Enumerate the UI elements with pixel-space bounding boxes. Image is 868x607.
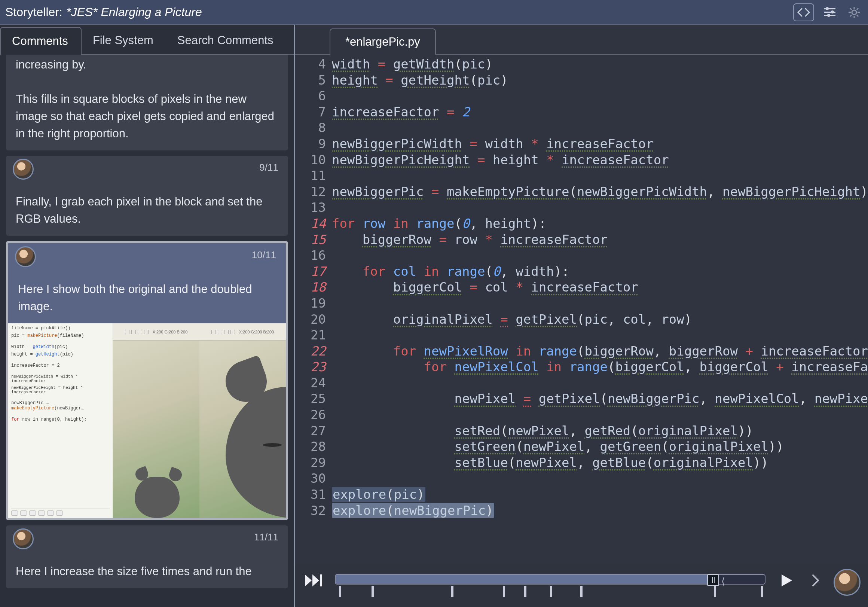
thumb-line: row in range(0, height):: [19, 417, 87, 422]
comment-11[interactable]: 11/11 Here I increase the size five time…: [6, 525, 288, 588]
line-number: 5: [295, 72, 326, 88]
playback-tick[interactable]: [761, 586, 763, 597]
svg-line-13: [857, 8, 858, 10]
chevron-left-icon[interactable]: ⟨: [721, 576, 725, 587]
playback-ticks: [335, 586, 766, 599]
skip-forward-icon[interactable]: [303, 570, 324, 591]
avatar: [13, 159, 34, 180]
playback-tick[interactable]: [451, 586, 453, 597]
right-panel: *enlargePic.py 4 5 6 7 8 9 10 11 12 13 1…: [295, 25, 868, 607]
comment-body: increasing by. This fills in square bloc…: [16, 56, 278, 142]
playback-track[interactable]: ⟨: [335, 574, 766, 599]
code-view-icon[interactable]: [793, 3, 814, 21]
comment-counter: 9/11: [259, 161, 278, 173]
left-panel: Comments File System Search Comments inc…: [0, 25, 295, 607]
thumb-line: width =: [11, 344, 33, 349]
comment-partial[interactable]: increasing by. This fills in square bloc…: [6, 54, 288, 151]
playback-tick[interactable]: [550, 586, 552, 597]
thumb-line: newBiggerPicHeight = height * increaseFa…: [11, 385, 110, 394]
tab-file-system[interactable]: File System: [82, 27, 166, 54]
svg-line-14: [850, 15, 851, 17]
thumb-token: makeEmptyPicture: [11, 406, 54, 411]
comment-counter: 11/11: [254, 531, 278, 543]
thumb-line: newBiggerPic =: [11, 401, 49, 406]
thumb-line: newBiggerPicWidth = width * increaseFact…: [11, 374, 110, 383]
tab-search-comments[interactable]: Search Comments: [166, 27, 286, 54]
avatar: [13, 528, 34, 550]
tab-comments[interactable]: Comments: [0, 27, 82, 54]
doc-name: *JES* Enlarging a Picture: [66, 5, 202, 19]
line-number: 17: [295, 264, 326, 279]
svg-marker-16: [312, 574, 319, 587]
line-number: 9: [295, 136, 326, 152]
svg-marker-18: [781, 574, 792, 587]
thumb-token: makePicture: [27, 333, 57, 338]
playback-tick[interactable]: [339, 586, 341, 597]
line-number: 21: [295, 327, 326, 343]
titlebar: Storyteller: *JES* Enlarging a Picture: [0, 0, 868, 25]
line-number: 11: [295, 168, 326, 184]
titlebar-actions: [793, 3, 863, 21]
playback-tick[interactable]: [524, 586, 526, 597]
comment-counter: 10/11: [252, 249, 276, 261]
svg-rect-17: [320, 574, 322, 587]
app-name: Storyteller:: [5, 5, 62, 19]
thumb-line: increaseFactor = 2: [11, 363, 110, 368]
line-number: 12: [295, 184, 326, 200]
chevron-right-icon[interactable]: [808, 570, 823, 591]
playback-tick[interactable]: [503, 586, 505, 597]
comment-body: Here I show both the original and the do…: [18, 281, 276, 315]
thumb-small-image: X:200 G:200 B:200: [113, 323, 199, 518]
svg-line-12: [857, 15, 858, 17]
line-number: 15: [295, 232, 326, 248]
gear-icon[interactable]: [846, 3, 863, 21]
comment-10-selected[interactable]: 10/11 Here I show both the original and …: [6, 241, 288, 520]
settings-panel-icon[interactable]: [819, 3, 840, 21]
svg-point-3: [826, 7, 829, 10]
avatar[interactable]: [834, 569, 860, 596]
editor-tabs: *enlargePic.py: [295, 25, 868, 54]
svg-point-6: [852, 10, 856, 15]
line-number: 26: [295, 407, 326, 423]
playback-tick[interactable]: [714, 586, 716, 597]
thumb-line: (pic): [54, 344, 68, 349]
comment-image[interactable]: fileName = pickAFile() pic = makePicture…: [8, 323, 286, 518]
thumb-line: (fileName): [57, 333, 84, 338]
comment-body: Finally, I grab each pixel in the block …: [16, 193, 278, 228]
left-tabs: Comments File System Search Comments: [0, 25, 294, 54]
playback-handle[interactable]: [707, 574, 719, 586]
line-number: 32: [295, 503, 326, 519]
thumb-token: getHeight: [36, 352, 60, 357]
comment-9[interactable]: 9/11 Finally, I grab each pixel in the b…: [6, 156, 288, 236]
line-number: 13: [295, 199, 326, 216]
line-number: 16: [295, 247, 326, 264]
playback-tick[interactable]: [372, 586, 374, 597]
tab-enlargepic[interactable]: *enlargePic.py: [330, 28, 436, 54]
code-editor[interactable]: 4 5 6 7 8 9 10 11 12 13 14 15 16 17 18 1…: [295, 54, 868, 564]
playback-bar: ⟨: [295, 564, 868, 607]
thumb-line: height =: [11, 352, 36, 357]
line-number: 4: [295, 56, 326, 72]
line-number: 18: [295, 279, 326, 295]
comment-body: Here I increase the size five times and …: [16, 563, 278, 580]
svg-point-5: [827, 14, 830, 17]
avatar: [15, 246, 36, 267]
line-number: 30: [295, 470, 326, 486]
playback-tick[interactable]: [580, 586, 583, 597]
thumb-line: pic =: [11, 333, 27, 338]
line-number: 22: [295, 343, 326, 359]
play-icon[interactable]: [776, 570, 798, 591]
thumb-line: (pic): [60, 352, 73, 357]
line-number: 8: [295, 120, 326, 136]
line-number: 19: [295, 295, 326, 311]
playback-fill: [336, 575, 713, 584]
line-number: 6: [295, 88, 326, 104]
line-number: 29: [295, 455, 326, 471]
comment-list[interactable]: increasing by. This fills in square bloc…: [0, 54, 294, 607]
thumb-token: getWidth: [33, 344, 54, 349]
code-content[interactable]: width = getWidth(pic) height = getHeight…: [332, 56, 868, 518]
line-gutter: 4 5 6 7 8 9 10 11 12 13 14 15 16 17 18 1…: [295, 54, 332, 564]
app-title: Storyteller: *JES* Enlarging a Picture: [5, 5, 202, 19]
svg-marker-15: [305, 574, 312, 587]
line-number: 10: [295, 152, 326, 168]
